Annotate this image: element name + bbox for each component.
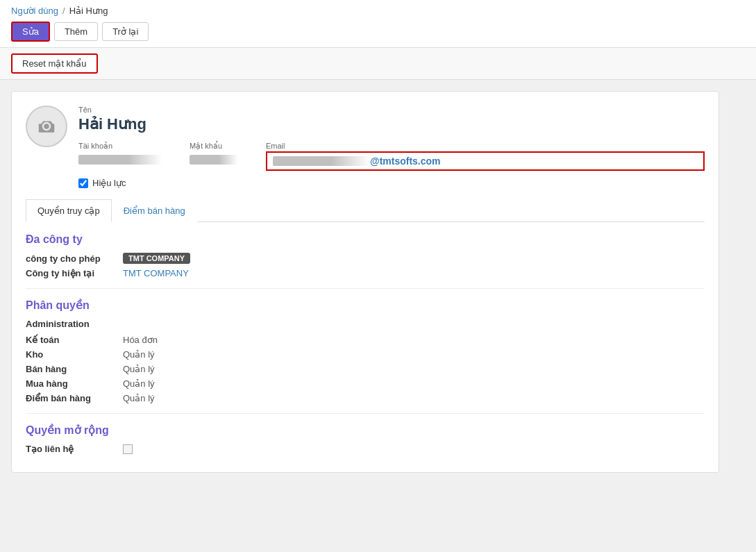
perm-key: Kế toán: [26, 335, 116, 345]
email-masked: [273, 156, 370, 166]
cong-ty-cho-phep-row: công ty cho phép TMT COMPANY: [26, 253, 705, 264]
tabs: Quyền truy cập Điểm bán hàng: [26, 199, 705, 222]
da-cong-ty-section: Đa công ty công ty cho phép TMT COMPANY …: [26, 233, 705, 278]
perm-val: Hóa đơn: [123, 335, 158, 345]
user-name-section: Tên Hải Hưng: [78, 106, 705, 133]
user-header: Tên Hải Hưng Tài khoản Mật khẩu Email: [26, 106, 705, 188]
user-card: Tên Hải Hưng Tài khoản Mật khẩu Email: [11, 91, 719, 473]
main-content: Tên Hải Hưng Tài khoản Mật khẩu Email: [0, 80, 756, 484]
cong-ty-hien-tai-value: TMT COMPANY: [123, 268, 189, 278]
phan-quyen-title: Phân quyền: [26, 299, 705, 312]
perm-val: Quản lý: [123, 393, 155, 403]
secondary-toolbar: Reset mật khẩu: [0, 48, 756, 80]
breadcrumb-current: Hải Hưng: [69, 6, 108, 16]
perm-val: Quản lý: [123, 364, 155, 374]
phan-quyen-rows: Kế toán Hóa đơn Kho Quản lý Bán hàng Quả…: [26, 335, 705, 403]
tao-lien-he-checkbox[interactable]: [123, 444, 133, 454]
email-suffix: @tmtsofts.com: [370, 156, 441, 167]
perm-row: Bán hàng Quản lý: [26, 364, 705, 374]
avatar: [26, 106, 67, 147]
camera-icon: [36, 116, 57, 137]
hieu-luc-checkbox[interactable]: [78, 178, 88, 188]
add-button[interactable]: Thêm: [54, 22, 98, 41]
tab-diem-ban-hang[interactable]: Điểm bán hàng: [112, 199, 197, 222]
hieu-luc-label: Hiệu lực: [92, 178, 126, 188]
cong-ty-cho-phep-label: công ty cho phép: [26, 253, 116, 264]
breadcrumb-parent[interactable]: Người dùng: [11, 6, 58, 16]
tab-quyen-truy-cap[interactable]: Quyền truy cập: [26, 199, 112, 222]
reset-password-button[interactable]: Reset mật khẩu: [11, 53, 98, 74]
user-info-grid: Tên Hải Hưng Tài khoản Mật khẩu Email: [78, 106, 705, 188]
user-name-value: Hải Hưng: [78, 115, 705, 133]
account-label: Tài khoản: [78, 142, 162, 151]
perm-row: Mua hàng Quản lý: [26, 378, 705, 389]
perm-key: Bán hàng: [26, 364, 116, 374]
email-group: Email @tmtsofts.com: [266, 142, 705, 171]
cong-ty-hien-tai-label: Công ty hiện tại: [26, 268, 116, 278]
tao-lien-he-label: Tạo liên hệ: [26, 444, 116, 454]
perm-key: Kho: [26, 349, 116, 360]
perm-key: Mua hàng: [26, 378, 116, 389]
email-box: @tmtsofts.com: [266, 151, 705, 171]
account-group: Tài khoản: [78, 142, 162, 171]
perm-val: Quản lý: [123, 349, 155, 360]
tao-lien-he-row: Tạo liên hệ: [26, 444, 705, 454]
quyen-mo-rong-section: Quyền mở rộng Tạo liên hệ: [26, 424, 705, 454]
toolbar: Sửa Thêm Trở lại: [11, 22, 745, 47]
cong-ty-hien-tai-row: Công ty hiện tại TMT COMPANY: [26, 268, 705, 278]
email-label: Email: [266, 142, 705, 150]
perm-key: Điểm bán hàng: [26, 393, 116, 403]
password-value-masked: [190, 155, 238, 165]
perm-row: Kế toán Hóa đơn: [26, 335, 705, 345]
user-fields-row: Tài khoản Mật khẩu Email @tmtsofts.com: [78, 142, 705, 171]
password-label: Mật khẩu: [190, 142, 238, 151]
cong-ty-cho-phep-badge: TMT COMPANY: [123, 253, 190, 264]
da-cong-ty-title: Đa công ty: [26, 233, 705, 246]
breadcrumb: Người dùng / Hải Hưng: [11, 6, 745, 16]
edit-button[interactable]: Sửa: [11, 22, 50, 42]
perm-row: Kho Quản lý: [26, 349, 705, 360]
divider-1: [26, 288, 705, 289]
perm-val: Quản lý: [123, 378, 155, 389]
back-button[interactable]: Trở lại: [102, 22, 149, 41]
divider-2: [26, 413, 705, 414]
password-group: Mật khẩu: [190, 142, 238, 171]
quyen-mo-rong-title: Quyền mở rộng: [26, 424, 705, 437]
perm-row: Điểm bán hàng Quản lý: [26, 393, 705, 403]
account-value-masked: [78, 155, 162, 165]
phan-quyen-section: Phân quyền Administration Kế toán Hóa đơ…: [26, 299, 705, 403]
name-label: Tên: [78, 106, 705, 114]
phan-quyen-sub-title: Administration: [26, 319, 705, 329]
hieu-luc-row: Hiệu lực: [78, 178, 705, 188]
breadcrumb-separator: /: [62, 6, 65, 16]
